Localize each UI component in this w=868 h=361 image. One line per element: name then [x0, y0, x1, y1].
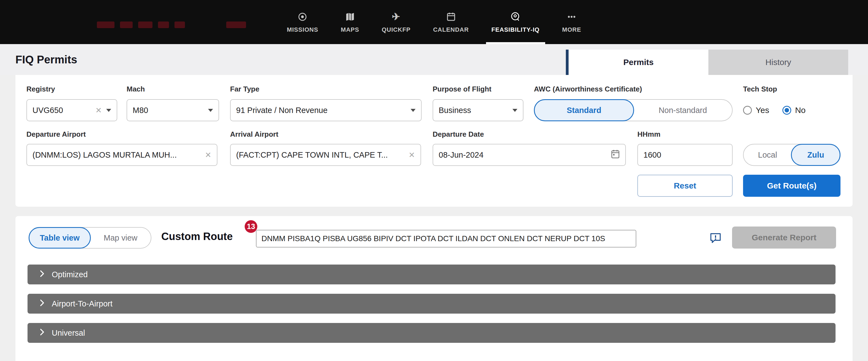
clear-icon[interactable]: ✕ [409, 150, 415, 160]
nav-item-missions[interactable]: MISSIONS [285, 0, 320, 44]
chevron-down-icon [513, 109, 517, 112]
tech-stop-yes-label: Yes [756, 106, 769, 115]
reset-button[interactable]: Reset [638, 175, 733, 197]
chevron-down-icon [106, 109, 111, 112]
arrival-airport-label: Arrival Airport [230, 130, 278, 139]
nav-item-feasibility-iq[interactable]: FEASIBILITY-IQ [489, 0, 542, 44]
clear-icon[interactable]: ✕ [205, 150, 211, 160]
nav-redacted-block [226, 22, 246, 28]
nav-item-label: MORE [562, 26, 581, 33]
feedback-icon[interactable] [709, 232, 722, 246]
get-routes-button[interactable]: Get Route(s) [743, 175, 840, 197]
routes-panel: Table view Map view Custom Route 13 Gene… [16, 216, 852, 361]
nav-item-calendar[interactable]: CALENDAR [431, 0, 471, 44]
purpose-select[interactable]: Business [433, 99, 523, 121]
departure-airport-field[interactable]: (DNMM:LOS) LAGOS MURTALA MUH... ✕ [26, 144, 217, 166]
page-header: FIQ Permits Permits History [0, 44, 868, 75]
nav-item-quickfp[interactable]: ✈ QUICKFP [379, 0, 413, 44]
radio-checked-icon[interactable] [782, 106, 791, 115]
mach-value: M80 [133, 106, 204, 115]
departure-airport-value: (DNMM:LOS) LAGOS MURTALA MUH... [32, 150, 200, 160]
accordion-airport-to-airport[interactable]: Airport-To-Airport [28, 294, 836, 314]
arrival-airport-value: (FACT:CPT) CAPE TOWN INTL, CAPE T... [236, 150, 404, 160]
purpose-value: Business [439, 106, 508, 115]
departure-date-label: Departure Date [433, 130, 484, 139]
far-type-label: Far Type [230, 85, 259, 93]
tech-stop-no-label: No [795, 106, 806, 115]
more-icon [566, 11, 577, 23]
nav-item-label: MISSIONS [287, 26, 318, 33]
nav-redacted-block [138, 22, 152, 28]
departure-date-value: 08-Jun-2024 [439, 150, 607, 160]
accordion-label: Universal [52, 329, 85, 338]
nav-item-label: MAPS [341, 26, 359, 33]
tech-stop-radio-group: Yes No [743, 106, 806, 115]
departure-airport-label: Departure Airport [26, 130, 86, 139]
generate-report-button[interactable]: Generate Report [732, 226, 836, 249]
arrival-airport-field[interactable]: (FACT:CPT) CAPE TOWN INTL, CAPE T... ✕ [230, 144, 421, 166]
nav-item-label: CALENDAR [433, 26, 469, 33]
awc-label: AWC (Airworthiness Certificate) [534, 85, 642, 93]
chevron-right-icon [40, 328, 44, 338]
far-type-select[interactable]: 91 Private / Non Revenue [230, 99, 422, 121]
permit-search-form: Registry Mach Far Type Purpose of Flight… [16, 75, 852, 207]
view-option-table[interactable]: Table view [29, 227, 91, 249]
purpose-label: Purpose of Flight [433, 85, 492, 93]
tech-stop-yes[interactable]: Yes [743, 106, 769, 115]
nav-item-label: QUICKFP [382, 26, 411, 33]
view-option-map[interactable]: Map view [90, 228, 151, 248]
hhmm-input[interactable] [638, 144, 733, 166]
tab-history[interactable]: History [708, 50, 848, 75]
clear-icon[interactable]: ✕ [95, 106, 102, 115]
timezone-option-zulu[interactable]: Zulu [791, 144, 840, 166]
page-title: FIQ Permits [16, 53, 78, 66]
chevron-right-icon [40, 270, 44, 279]
chevron-down-icon [208, 109, 213, 112]
feasibility-iq-icon [510, 11, 521, 23]
nav-redacted-block [120, 22, 133, 28]
quickfp-icon: ✈ [392, 11, 400, 23]
registry-label: Registry [26, 85, 55, 93]
registry-select[interactable]: UVG650 ✕ [26, 99, 117, 121]
timezone-toggle: Local Zulu [743, 144, 840, 166]
far-type-value: 91 Private / Non Revenue [236, 106, 406, 115]
date-picker-icon[interactable] [611, 149, 620, 161]
chevron-right-icon [40, 299, 44, 309]
accordion-label: Airport-To-Airport [52, 299, 113, 308]
registry-value: UVG650 [32, 106, 91, 115]
hhmm-label: HHmm [638, 130, 660, 139]
missions-icon [297, 11, 308, 23]
custom-route-label: Custom Route [161, 231, 233, 243]
departure-date-field[interactable]: 08-Jun-2024 [433, 144, 626, 166]
radio-unchecked-icon[interactable] [743, 106, 752, 115]
awc-option-standard[interactable]: Standard [534, 99, 634, 121]
nav-redacted-block [97, 22, 115, 28]
section-divider [0, 207, 868, 216]
tech-stop-no[interactable]: No [782, 106, 806, 115]
custom-route-input[interactable] [256, 230, 636, 247]
awc-toggle: Standard Non-standard [534, 99, 733, 121]
view-toggle: Table view Map view [29, 227, 151, 249]
mach-label: Mach [127, 85, 145, 93]
nav-redacted-block [175, 22, 185, 28]
tech-stop-label: Tech Stop [743, 85, 777, 93]
calendar-icon [445, 11, 457, 23]
nav-item-more[interactable]: MORE [560, 0, 583, 44]
mach-select[interactable]: M80 [127, 99, 219, 121]
nav-redacted-block [158, 22, 169, 28]
tab-bar: Permits History [566, 50, 848, 75]
accordion-optimized[interactable]: Optimized [28, 265, 836, 284]
tab-permits[interactable]: Permits [566, 50, 708, 75]
awc-option-non-standard[interactable]: Non-standard [633, 100, 732, 121]
timezone-option-local[interactable]: Local [744, 144, 792, 165]
nav-item-maps[interactable]: MAPS [339, 0, 361, 44]
maps-icon [345, 11, 355, 23]
nav-item-label: FEASIBILITY-IQ [492, 26, 540, 33]
custom-route-count-badge: 13 [245, 220, 257, 233]
accordion-label: Optimized [52, 270, 88, 279]
top-nav: MISSIONS MAPS ✈ QUICKFP CALENDAR FEASIBI… [0, 0, 868, 44]
chevron-down-icon [411, 109, 415, 112]
accordion-universal[interactable]: Universal [28, 323, 836, 343]
